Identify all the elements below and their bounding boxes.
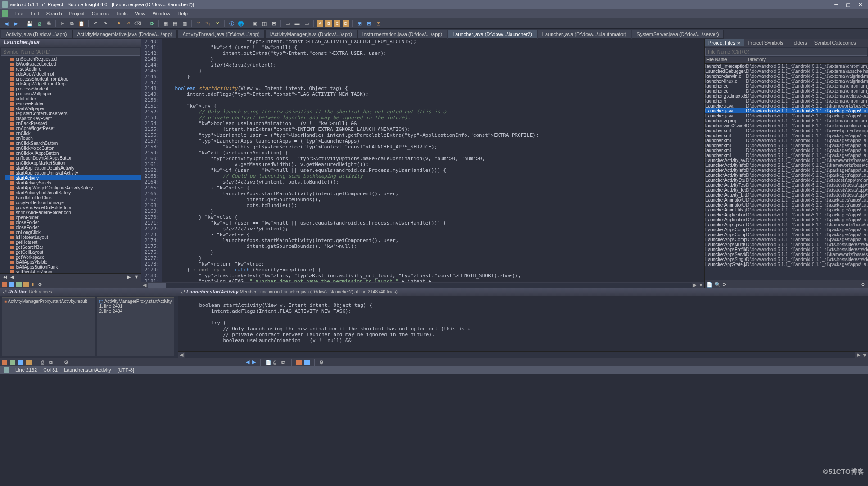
context-hscroll[interactable]: ◀ ▶ ▼: [178, 351, 868, 358]
sym-nav-left[interactable]: ◀: [9, 274, 16, 280]
symbol-row[interactable]: getSearchBar: [5, 245, 141, 250]
doc-tab[interactable]: Launcher.java (D:\dow\...\uiautomator): [538, 30, 631, 39]
project-tab[interactable]: Folders: [787, 39, 811, 46]
symbol-row[interactable]: resetAddInfo: [5, 67, 141, 72]
file-row[interactable]: launcher-linux.cD:\dow\android-5.1.1_r1\…: [705, 79, 868, 84]
symbol-row[interactable]: onClickSearchButton: [5, 141, 141, 146]
sym-tool-2[interactable]: [9, 282, 14, 287]
symbol-list[interactable]: onSearchRequestedisWorkspaceLockedresetA…: [0, 57, 141, 273]
doc-tab[interactable]: IActivityManager.java (D:\dow\...\app): [265, 30, 357, 39]
bookmark-clear-button[interactable]: ⌫: [134, 20, 141, 27]
snippet-2-button[interactable]: ⊟: [365, 20, 372, 27]
ctx-hscroll-down[interactable]: ▼: [862, 352, 868, 358]
sym-tool-gear[interactable]: ⚙: [38, 282, 43, 287]
project-tab[interactable]: Project Symbols: [744, 39, 787, 46]
minimize-button[interactable]: ─: [834, 2, 838, 8]
file-row[interactable]: launcher.ccD:\dow\android-5.1.1_r1\andro…: [705, 89, 868, 94]
symbol-row[interactable]: onClickVoiceButton: [5, 146, 141, 151]
file-row[interactable]: launcher.xmlD:\dow\android-5.1.1_r1\andr…: [705, 133, 868, 138]
btool-4[interactable]: [26, 360, 32, 365]
ctx-hscroll-left[interactable]: ◀: [178, 352, 185, 358]
find-next-button[interactable]: ?↓: [204, 20, 212, 27]
file-row[interactable]: launcher.gtk.linux.x86D:\dow\android-5.1…: [705, 94, 868, 99]
letter-c-button[interactable]: C: [334, 20, 340, 27]
symbol-row[interactable]: shrinkAndFadeInFolderIcon: [5, 210, 141, 215]
symbol-row[interactable]: addAppWidgetFromDrop: [5, 81, 141, 86]
file-row[interactable]: LauncherAppsServicD:\dow\android-5.1.1_r…: [705, 252, 868, 257]
file-row[interactable]: launcher.vcprojD:\dow\android-5.1.1_r1\a…: [705, 118, 868, 123]
bookmark-button[interactable]: ⚑: [115, 20, 122, 27]
symbol-row[interactable]: startActivity: [5, 176, 141, 180]
file-row[interactable]: LaunchedDebugger.jD:\dow\android-5.1.1_r…: [705, 69, 868, 74]
symbol-row[interactable]: startActivityForResultSafely: [5, 190, 141, 195]
file-search-input[interactable]: [705, 48, 867, 56]
symbol-row[interactable]: onTouch: [5, 136, 141, 141]
symbol-row[interactable]: onSearchRequested: [5, 57, 141, 62]
project-tab[interactable]: Project Files✕: [705, 39, 744, 46]
letter-b-button[interactable]: B: [326, 20, 332, 27]
file-row[interactable]: LauncherAppState.jaD:\dow\android-5.1.1_…: [705, 262, 868, 267]
symbol-row[interactable]: startActivitySafely: [5, 180, 141, 185]
letter-a-button[interactable]: A: [317, 20, 323, 27]
proj-tool-gear[interactable]: ⚙: [861, 282, 866, 287]
symbol-row[interactable]: getHotseat: [5, 240, 141, 245]
btool-6[interactable]: ⧉: [49, 360, 54, 365]
file-row[interactable]: Launcher.javaD:\dow\android-5.1.1_r1\and…: [705, 113, 868, 118]
letter-d-button[interactable]: D: [343, 20, 349, 27]
file-row[interactable]: launcher.xmlD:\dow\android-5.1.1_r1\andr…: [705, 153, 868, 158]
editor-hscroll[interactable]: ◀ ▶ ▼: [141, 282, 704, 288]
symbol-row[interactable]: dispatchKeyEvent: [5, 116, 141, 121]
file-row[interactable]: launcher.win32.win32D:\dow\android-5.1.1…: [705, 123, 868, 128]
sym-nav-down[interactable]: ▼: [133, 274, 140, 280]
sync-button[interactable]: ⟳: [148, 20, 155, 27]
save-all-button[interactable]: ⎙: [36, 20, 43, 27]
file-row[interactable]: LauncherAppsCompD:\dow\android-5.1.1_r1\…: [705, 232, 868, 237]
symbol-row[interactable]: startApplicationUninstallActivity: [5, 171, 141, 176]
sym-nav-right[interactable]: ▶: [125, 274, 132, 280]
symbol-row[interactable]: isHotseatLayout: [5, 235, 141, 240]
symbol-row[interactable]: isWorkspaceLocked: [5, 62, 141, 67]
snippet-1-button[interactable]: ⊞: [356, 20, 363, 27]
copy-button[interactable]: ⧉: [68, 20, 76, 27]
symbol-row[interactable]: closeFolder: [5, 225, 141, 230]
file-row[interactable]: LauncherActivityInfoD:\dow\android-5.1.1…: [705, 173, 868, 178]
relation-callee[interactable]: ▢ ActivityManagerProxy.startActivity 1. …: [97, 297, 174, 356]
menu-file[interactable]: File: [12, 10, 27, 17]
file-row[interactable]: Launcher.javaD:\dow\android-5.1.1_r1\and…: [705, 104, 868, 108]
file-row[interactable]: launcher.xmlD:\dow\android-5.1.1_r1\andr…: [705, 148, 868, 153]
code-editor[interactable]: 2140: 2141: 2142: 2143: 2144: 2145: 2146…: [141, 39, 704, 288]
file-row[interactable]: launchd_interceptionD:\dow\android-5.1.1…: [705, 64, 868, 69]
doc-tab[interactable]: ActivityThread.java (D:\dow\...\app): [177, 30, 264, 39]
menu-tools[interactable]: Tools: [113, 10, 131, 17]
symbol-row[interactable]: onClickAllAppsButton: [5, 151, 141, 156]
redo-button[interactable]: ↷: [101, 20, 108, 27]
file-row[interactable]: LauncherActivityInfoD:\dow\android-5.1.1…: [705, 163, 868, 168]
symbol-row[interactable]: startWallpaper: [5, 106, 141, 111]
doc-tab[interactable]: Instrumentation.java (D:\dow\...\app): [357, 30, 447, 39]
col-directory[interactable]: Directory: [746, 57, 868, 63]
ctx-tool-gear[interactable]: ⚙: [319, 360, 325, 365]
btool-2[interactable]: [10, 360, 15, 365]
sym-tool-1[interactable]: [2, 282, 7, 287]
sym-tool-4[interactable]: [23, 282, 29, 287]
snippet-3-button[interactable]: ⊡: [375, 20, 382, 27]
symbol-row[interactable]: addFolder: [5, 96, 141, 101]
file-row[interactable]: launcher.xmlD:\dow\android-5.1.1_r1\andr…: [705, 143, 868, 148]
doc-tab[interactable]: Activity.java (D:\dow\...\app): [1, 30, 72, 39]
file-row[interactable]: LauncherApps.javaD:\dow\android-5.1.1_r1…: [705, 222, 868, 227]
file-row[interactable]: LauncherApplication.D:\dow\android-5.1.1…: [705, 212, 868, 217]
cut-button[interactable]: ✂: [59, 20, 66, 27]
file-row[interactable]: Launcher.javaD:\dow\android-5.1.1_r1\and…: [705, 108, 868, 113]
file-row[interactable]: launcher.hD:\dow\android-5.1.1_r1\androi…: [705, 99, 868, 104]
nav-back-button[interactable]: ◀: [3, 20, 10, 27]
close-button[interactable]: ✕: [859, 2, 863, 8]
menu-help[interactable]: Help: [174, 10, 191, 17]
symbol-search-input[interactable]: [1, 48, 140, 56]
symbol-row[interactable]: growAndFadeOutFolderIcon: [5, 205, 141, 210]
ctx-tool-1[interactable]: 📄: [265, 360, 271, 365]
symbol-row[interactable]: handleFolderClick: [5, 195, 141, 200]
symbol-row[interactable]: isAllAppsButtonRank: [5, 265, 141, 270]
symbol-row[interactable]: onLongClick: [5, 230, 141, 235]
nav-forward-button[interactable]: ▶: [12, 20, 19, 27]
ctx-hscroll-right[interactable]: ▶: [855, 352, 862, 358]
